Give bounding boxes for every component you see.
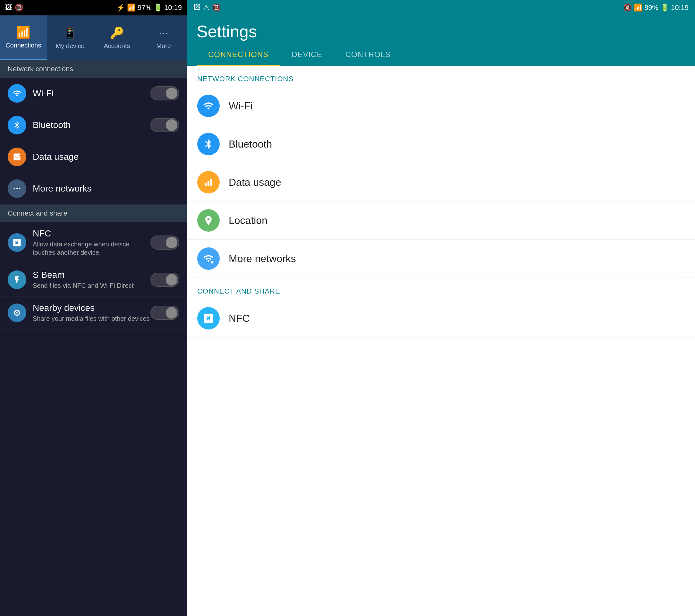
connections-icon: 📶 — [16, 26, 31, 39]
battery-percent: 97% — [138, 3, 152, 12]
signal-icon-r: 📶 — [634, 3, 642, 12]
nearby-toggle[interactable] — [150, 306, 179, 320]
svg-point-10 — [211, 261, 214, 264]
right-data-usage-label: Data usage — [229, 177, 281, 188]
screenshot-icon: 🖼 — [5, 3, 12, 12]
tab-btn-device[interactable]: DEVICE — [280, 44, 334, 66]
right-bluetooth-label: Bluetooth — [229, 138, 272, 150]
mute-icon-r: 🔇 — [623, 3, 632, 12]
right-data-usage-item[interactable]: Data usage — [187, 163, 695, 201]
nfc-item[interactable]: NFC Allow data exchange when device touc… — [0, 222, 187, 263]
data-usage-icon — [8, 148, 26, 166]
wifi-item[interactable]: Wi-Fi — [0, 78, 187, 110]
tab-more-label: More — [156, 43, 171, 50]
alert-icon-r: ⚠ — [203, 3, 209, 12]
data-usage-item[interactable]: Data usage — [0, 141, 187, 173]
sbeam-toggle[interactable] — [150, 273, 179, 287]
right-bluetooth-icon — [197, 133, 220, 155]
status-bar-left: 🖼 📵 ⚡ 📶 97% 🔋 10:19 — [0, 0, 187, 15]
nearby-subtitle: Share your media files with other device… — [33, 314, 150, 323]
tab-my-device-label: My device — [56, 43, 85, 50]
right-location-icon — [197, 209, 220, 232]
wifi-toggle[interactable] — [150, 86, 179, 100]
status-icons-left: 🖼 📵 — [5, 3, 23, 12]
sim-icon-r: 📵 — [212, 3, 221, 12]
more-icon: ··· — [159, 26, 168, 40]
tab-btn-connections[interactable]: CONNECTIONS — [197, 44, 280, 66]
tab-bar-left: 📶 Connections 📱 My device 🔑 Accounts ···… — [0, 15, 187, 60]
content-area-right: NETWORK CONNECTIONS Wi-Fi Bluetooth — [187, 66, 695, 616]
right-location-item[interactable]: Location — [187, 201, 695, 240]
nearby-toggle-knob — [166, 307, 177, 319]
nfc-toggle[interactable] — [150, 235, 179, 250]
nearby-item[interactable]: Nearby devices Share your media files wi… — [0, 297, 187, 330]
right-nfc-icon — [197, 307, 220, 330]
mute-icon: 📵 — [15, 3, 23, 12]
tab-accounts-label: Accounts — [104, 43, 130, 50]
nearby-text: Nearby devices Share your media files wi… — [33, 303, 150, 323]
right-more-networks-item[interactable]: More networks — [187, 240, 695, 278]
wifi-icon — [8, 84, 26, 103]
settings-title: Settings — [197, 22, 685, 41]
tab-connections[interactable]: 📶 Connections — [0, 15, 47, 60]
svg-rect-2 — [18, 155, 20, 159]
right-data-icon — [197, 171, 220, 194]
sbeam-subtitle: Send files via NFC and Wi-Fi Direct — [33, 281, 150, 290]
right-more-networks-icon — [197, 247, 220, 270]
nearby-label: Nearby devices — [33, 303, 150, 313]
settings-header: Settings CONNECTIONS DEVICE CONTROLS — [187, 15, 695, 66]
signal-icon: 📶 — [127, 3, 136, 12]
connect-share-section-title: CONNECT AND SHARE — [187, 278, 695, 299]
tab-my-device[interactable]: 📱 My device — [47, 15, 94, 60]
data-usage-text: Data usage — [33, 152, 179, 162]
bluetooth-icon — [8, 116, 26, 134]
more-networks-text: More networks — [33, 184, 179, 194]
svg-rect-1 — [16, 156, 18, 160]
bluetooth-toggle-knob — [166, 119, 177, 131]
data-usage-label: Data usage — [33, 152, 179, 162]
nfc-subtitle: Allow data exchange when device touches … — [33, 240, 150, 257]
svg-rect-9 — [210, 179, 212, 186]
more-networks-icon — [8, 179, 26, 198]
tab-btn-controls[interactable]: CONTROLS — [334, 44, 402, 66]
bluetooth-text: Bluetooth — [33, 120, 150, 130]
svg-rect-0 — [14, 157, 16, 159]
sbeam-label: S Beam — [33, 270, 150, 280]
bluetooth-item[interactable]: Bluetooth — [0, 110, 187, 141]
right-wifi-item[interactable]: Wi-Fi — [187, 87, 695, 125]
nfc-toggle-knob — [166, 237, 177, 248]
nfc-text: NFC Allow data exchange when device touc… — [33, 229, 150, 257]
bluetooth-icon-status: ⚡ — [116, 3, 125, 12]
right-bluetooth-item[interactable]: Bluetooth — [187, 125, 695, 163]
tab-accounts[interactable]: 🔑 Accounts — [94, 15, 140, 60]
right-nfc-label: NFC — [229, 313, 250, 324]
time-right: 10:19 — [671, 3, 689, 12]
connect-share-header: Connect and share — [0, 205, 187, 222]
nfc-icon — [8, 233, 26, 252]
nfc-label: NFC — [33, 229, 150, 239]
right-location-label: Location — [229, 215, 268, 227]
bluetooth-toggle[interactable] — [150, 118, 179, 132]
svg-rect-7 — [205, 183, 207, 186]
wifi-text: Wi-Fi — [33, 88, 150, 99]
svg-point-5 — [19, 188, 20, 189]
left-panel: 🖼 📵 ⚡ 📶 97% 🔋 10:19 📶 Connections 📱 My d… — [0, 0, 187, 616]
svg-rect-8 — [207, 181, 209, 186]
sbeam-item[interactable]: S Beam Send files via NFC and Wi-Fi Dire… — [0, 263, 187, 297]
right-wifi-icon — [197, 95, 220, 117]
right-wifi-label: Wi-Fi — [229, 100, 253, 112]
battery-percent-r: 89% — [644, 3, 658, 12]
network-connections-header: Network connections — [0, 60, 187, 78]
battery-icon: 🔋 — [154, 3, 162, 12]
accounts-icon: 🔑 — [110, 26, 124, 40]
svg-point-3 — [14, 188, 15, 189]
right-nfc-item[interactable]: NFC — [187, 299, 695, 337]
more-networks-item[interactable]: More networks — [0, 173, 187, 205]
tab-more[interactable]: ··· More — [140, 15, 187, 60]
tab-connections-label: Connections — [5, 42, 41, 49]
right-panel: 🖼 ⚠ 📵 🔇 📶 89% 🔋 10:19 Settings CONNECTIO… — [187, 0, 695, 616]
status-bar-right: 🖼 ⚠ 📵 🔇 📶 89% 🔋 10:19 — [187, 0, 695, 15]
bluetooth-label: Bluetooth — [33, 120, 150, 130]
sbeam-icon — [8, 270, 26, 289]
svg-point-4 — [16, 188, 18, 189]
